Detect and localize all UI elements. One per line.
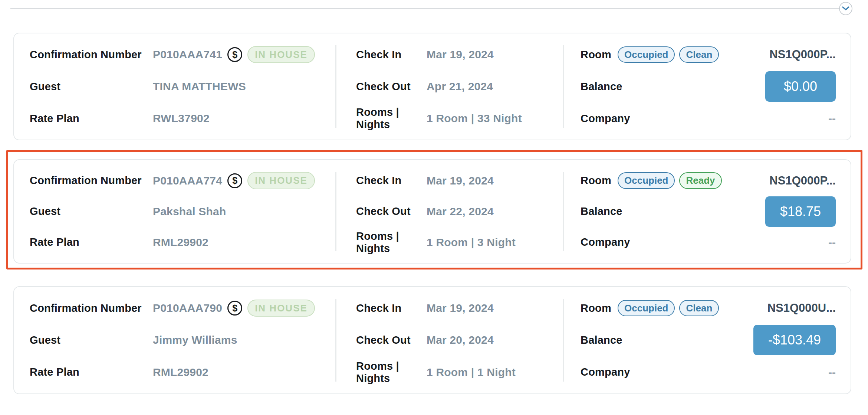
company-row: Company -- (563, 356, 851, 388)
balance-button[interactable]: $18.75 (765, 196, 836, 227)
rate-plan-label: Rate Plan (30, 366, 153, 378)
balance-button[interactable]: -$103.49 (753, 325, 836, 355)
dollar-circle-icon[interactable]: $ (227, 301, 242, 316)
company-value: -- (828, 366, 836, 379)
check-in-row: Check In Mar 19, 2024 (335, 165, 563, 196)
company-row: Company -- (563, 227, 851, 258)
dollar-circle-icon[interactable]: $ (227, 47, 242, 62)
company-row: Company -- (563, 102, 851, 134)
guest-name: Jimmy Williams (153, 334, 237, 346)
company-label: Company (581, 366, 617, 378)
room-row: Room Occupied Clean NS1Q000P... (563, 39, 851, 71)
housekeeping-badge: Clean (679, 46, 719, 63)
card-divider (563, 299, 564, 382)
balance-label: Balance (581, 334, 617, 346)
check-in-row: Check In Mar 19, 2024 (335, 39, 563, 71)
housekeeping-badge: Ready (679, 172, 721, 189)
rate-plan-value: RML29902 (153, 236, 208, 249)
status-badge: IN HOUSE (247, 46, 315, 63)
balance-label: Balance (581, 205, 617, 218)
guest-name: TINA MATTHEWS (153, 80, 246, 93)
housekeeping-badge: Clean (679, 300, 719, 317)
rooms-nights-row: Rooms | Nights 1 Room | 3 Night (335, 227, 563, 258)
confirmation-number-value: P010AAA774 (153, 174, 222, 187)
check-out-row: Check Out Apr 21, 2024 (335, 71, 563, 102)
card-divider (335, 45, 336, 128)
rate-plan-row: Rate Plan RML29902 (14, 227, 335, 258)
room-label: Room (581, 174, 617, 187)
room-number: NS1Q000P... (769, 48, 836, 61)
guest-label: Guest (30, 334, 153, 346)
check-out-date: Mar 22, 2024 (427, 205, 494, 218)
rate-plan-row: Rate Plan RWL37902 (14, 102, 335, 134)
balance-row: Balance -$103.49 (563, 324, 851, 356)
check-in-date: Mar 19, 2024 (427, 174, 494, 187)
reservation-card[interactable]: Confirmation Number P010AAA790 $ IN HOUS… (13, 286, 851, 394)
rate-plan-row: Rate Plan RML29902 (14, 356, 335, 388)
guest-row: Guest TINA MATTHEWS (14, 71, 335, 102)
check-out-label: Check Out (356, 81, 427, 93)
check-out-label: Check Out (356, 334, 427, 346)
room-label: Room (581, 49, 617, 61)
company-value: -- (828, 112, 836, 125)
reservation-card[interactable]: Confirmation Number P010AAA741 $ IN HOUS… (13, 33, 851, 140)
rooms-nights-label: Rooms | Nights (356, 360, 427, 385)
check-in-label: Check In (356, 174, 427, 187)
balance-button[interactable]: $0.00 (765, 71, 836, 102)
confirmation-row: Confirmation Number P010AAA774 $ IN HOUS… (14, 165, 335, 196)
check-out-row: Check Out Mar 22, 2024 (335, 196, 563, 227)
reservation-card[interactable]: Confirmation Number P010AAA774 $ IN HOUS… (13, 159, 851, 264)
check-out-date: Mar 20, 2024 (427, 334, 494, 346)
status-badge: IN HOUSE (247, 172, 315, 189)
check-in-date: Mar 19, 2024 (427, 302, 494, 314)
confirmation-row: Confirmation Number P010AAA790 $ IN HOUS… (14, 292, 335, 324)
company-label: Company (581, 112, 617, 125)
check-in-row: Check In Mar 19, 2024 (335, 292, 563, 324)
confirmation-number-label: Confirmation Number (30, 302, 153, 314)
rooms-nights-label: Rooms | Nights (356, 230, 427, 255)
confirmation-row: Confirmation Number P010AAA741 $ IN HOUS… (14, 39, 335, 71)
rate-plan-value: RML29902 (153, 366, 208, 379)
room-row: Room Occupied Clean NS1Q000U... (563, 292, 851, 324)
confirmation-number-value: P010AAA741 (153, 48, 222, 61)
rate-plan-value: RWL37902 (153, 112, 210, 125)
rate-plan-label: Rate Plan (30, 236, 153, 248)
card-divider (335, 299, 336, 382)
chevron-down-icon (842, 6, 849, 11)
guest-row: Guest Pakshal Shah (14, 196, 335, 227)
guest-row: Guest Jimmy Williams (14, 324, 335, 356)
collapse-button[interactable] (839, 2, 852, 15)
balance-row: Balance $18.75 (563, 196, 851, 227)
guest-label: Guest (30, 205, 153, 218)
rooms-nights-value: 1 Room | 1 Night (427, 366, 516, 379)
rooms-nights-row: Rooms | Nights 1 Room | 33 Night (335, 102, 563, 134)
check-in-date: Mar 19, 2024 (427, 48, 494, 61)
reservation-list-page: Confirmation Number P010AAA741 $ IN HOUS… (0, 0, 868, 415)
check-in-label: Check In (356, 302, 427, 314)
room-row: Room Occupied Ready NS1Q000P... (563, 165, 851, 196)
guest-name: Pakshal Shah (153, 205, 226, 218)
status-badge: IN HOUSE (247, 300, 315, 317)
confirmation-number-label: Confirmation Number (30, 174, 153, 187)
occupancy-badge: Occupied (618, 172, 675, 189)
check-in-label: Check In (356, 49, 427, 61)
room-number: NS1Q000U... (767, 301, 836, 315)
rate-plan-label: Rate Plan (30, 112, 153, 125)
room-number: NS1Q000P... (769, 174, 836, 187)
confirmation-number-label: Confirmation Number (30, 49, 153, 61)
card-divider (563, 45, 564, 128)
check-out-date: Apr 21, 2024 (427, 80, 493, 93)
company-value: -- (828, 236, 836, 249)
balance-row: Balance $0.00 (563, 71, 851, 102)
rooms-nights-value: 1 Room | 33 Night (427, 112, 522, 125)
occupancy-badge: Occupied (618, 46, 675, 63)
rooms-nights-value: 1 Room | 3 Night (427, 236, 516, 249)
company-label: Company (581, 236, 617, 248)
guest-label: Guest (30, 81, 153, 93)
confirmation-number-value: P010AAA790 (153, 302, 222, 314)
balance-label: Balance (581, 81, 617, 93)
check-out-label: Check Out (356, 205, 427, 218)
card-divider (563, 172, 564, 251)
rooms-nights-label: Rooms | Nights (356, 106, 427, 131)
dollar-circle-icon[interactable]: $ (227, 173, 242, 188)
